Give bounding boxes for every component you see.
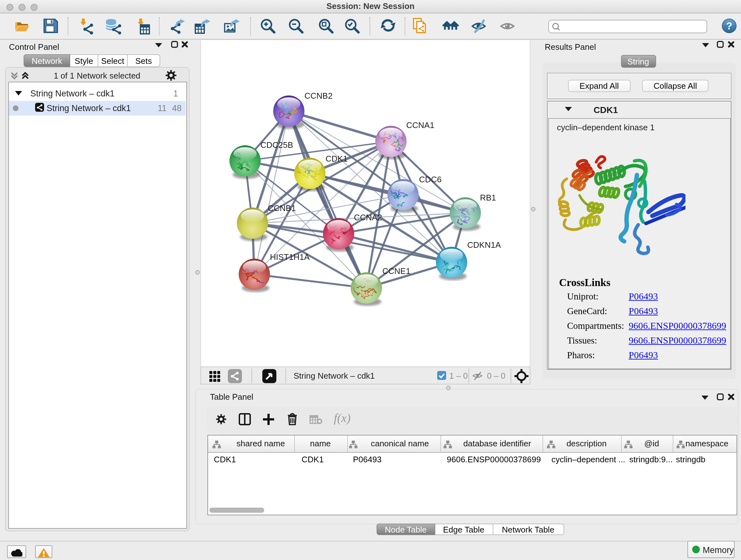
svg-text:CCNA2: CCNA2 xyxy=(354,212,382,222)
svg-text:CCNB1: CCNB1 xyxy=(268,203,296,212)
svg-text:CDC25B: CDC25B xyxy=(260,140,293,149)
svg-text:RB1: RB1 xyxy=(480,192,496,202)
svg-text:CDKN1A: CDKN1A xyxy=(467,240,501,249)
svg-text:CDC6: CDC6 xyxy=(419,174,442,184)
svg-text:HIST1H1A: HIST1H1A xyxy=(270,252,310,261)
svg-text:CCNA1: CCNA1 xyxy=(406,120,434,130)
svg-text:CDK1: CDK1 xyxy=(326,153,347,163)
svg-text:?: ? xyxy=(726,20,732,32)
svg-text:CCNE1: CCNE1 xyxy=(382,266,410,275)
svg-text:CCNB2: CCNB2 xyxy=(305,91,333,100)
